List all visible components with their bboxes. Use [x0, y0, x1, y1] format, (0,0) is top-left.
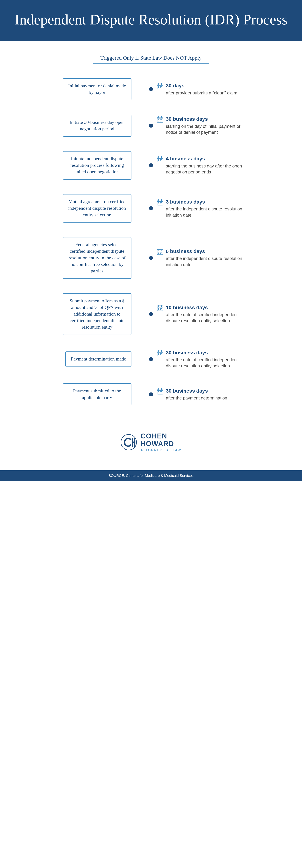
step-time-bold: 30 days: [166, 83, 237, 89]
step-left: Payment submitted to the applicable part…: [42, 383, 142, 405]
step-time-bold: 4 business days: [166, 156, 242, 162]
svg-rect-70: [158, 393, 159, 393]
calendar-icon: [157, 83, 163, 89]
step-left: Submit payment offers as a $ amount and …: [42, 293, 142, 335]
svg-rect-17: [160, 121, 161, 121]
svg-rect-13: [158, 119, 159, 120]
company-name-lines: COHEN HOWARD: [140, 432, 181, 448]
step-dot: [149, 124, 153, 128]
step-time-detail: after the independent dispute resolution…: [166, 206, 242, 218]
step-time-detail: after the date of certified independent …: [166, 357, 242, 369]
step-time-content: 6 business days after the independent di…: [166, 248, 242, 268]
step-time-content: 4 business days starting the business da…: [166, 156, 242, 175]
svg-rect-44: [160, 253, 161, 254]
footer-source: SOURCE: Centers for Medicare & Medicaid …: [0, 470, 302, 481]
step-box: Initiate independent dispute resolution …: [63, 151, 131, 180]
step-dot: [149, 87, 153, 91]
page-title: Independent Dispute Resolution (IDR) Pro…: [7, 11, 295, 28]
footer-logo-section: COHEN HOWARD ATTORNEYS AT LAW: [121, 427, 181, 456]
main-content: Triggered Only If State Law Does NOT App…: [0, 41, 302, 470]
step-dot: [149, 256, 153, 260]
step-time-detail: after the payment determination: [166, 395, 227, 401]
step-time-content: 30 business days after the date of certi…: [166, 349, 242, 369]
step-right: 30 days after provider submits a "clean"…: [142, 83, 242, 96]
company-name-line2: HOWARD: [140, 440, 174, 447]
step-time-content: 3 business days after the independent di…: [166, 199, 242, 218]
page-wrapper: Independent Dispute Resolution (IDR) Pro…: [0, 0, 302, 481]
step-right: 3 business days after the independent di…: [142, 199, 242, 218]
svg-rect-67: [158, 391, 159, 392]
timeline-step: Federal agencies select certified indepe…: [42, 237, 260, 279]
svg-rect-43: [158, 253, 159, 254]
calendar-icon: [157, 350, 163, 356]
calendar-icon: [157, 388, 163, 395]
step-dot: [149, 163, 153, 167]
step-time-bold: 30 business days: [166, 349, 242, 356]
step-time-content: 30 business days after the payment deter…: [166, 388, 227, 401]
svg-rect-16: [158, 121, 159, 121]
source-text: SOURCE: Centers for Medicare & Medicaid …: [108, 474, 194, 477]
step-left: Initiate independent dispute resolution …: [42, 151, 142, 180]
step-time-content: 30 days after provider submits a "clean"…: [166, 83, 237, 96]
trigger-badge: Triggered Only If State Law Does NOT App…: [93, 52, 209, 64]
company-logo-icon: [121, 434, 137, 451]
svg-rect-14: [160, 119, 161, 120]
svg-rect-33: [161, 202, 162, 203]
timeline-step: Mutual agreement on certified independen…: [42, 194, 260, 223]
step-left: Federal agencies select certified indepe…: [42, 237, 142, 279]
calendar-icon: [157, 156, 163, 162]
company-name-line1: COHEN: [140, 432, 167, 440]
step-time-bold: 10 business days: [166, 304, 242, 311]
step-time-bold: 30 business days: [166, 116, 242, 122]
timeline-step: Payment submitted to the applicable part…: [42, 383, 260, 405]
svg-rect-61: [158, 354, 159, 355]
company-subtitle: ATTORNEYS AT LAW: [140, 448, 181, 452]
calendar-icon: [157, 199, 163, 206]
step-time-bold: 30 business days: [166, 388, 227, 394]
svg-rect-58: [158, 353, 159, 354]
timeline-step: Submit payment offers as a $ amount and …: [42, 293, 260, 335]
step-left: Payment determination made: [42, 351, 142, 367]
step-time-content: 30 business days starting on the day of …: [166, 116, 242, 135]
step-right: 6 business days after the independent di…: [142, 248, 242, 268]
step-time-content: 10 business days after the date of certi…: [166, 304, 242, 324]
step-time-detail: after the date of certified independent …: [166, 312, 242, 324]
step-time-detail: after the independent dispute resolution…: [166, 255, 242, 268]
svg-rect-71: [160, 393, 161, 393]
svg-rect-59: [160, 353, 161, 354]
step-right: 4 business days starting the business da…: [142, 156, 242, 175]
svg-rect-51: [161, 308, 162, 309]
svg-rect-69: [161, 391, 162, 392]
step-dot: [149, 312, 153, 316]
header: Independent Dispute Resolution (IDR) Pro…: [0, 0, 302, 41]
svg-rect-52: [158, 309, 159, 310]
step-left: Initiate 30-business day open negotiatio…: [42, 115, 142, 137]
step-time-bold: 3 business days: [166, 199, 242, 205]
svg-rect-42: [161, 252, 162, 252]
svg-rect-25: [158, 160, 159, 161]
step-right: 30 business days after the payment deter…: [142, 388, 242, 401]
svg-rect-35: [160, 204, 161, 204]
svg-rect-75: [134, 438, 135, 447]
step-time-detail: starting on the day of initial payment o…: [166, 123, 242, 135]
svg-rect-50: [160, 308, 161, 309]
svg-rect-26: [160, 160, 161, 161]
step-box: Initial payment or denial made by payor: [63, 78, 131, 100]
timeline: Initial payment or denial made by payor …: [42, 78, 260, 420]
svg-rect-4: [158, 86, 159, 87]
calendar-icon: [157, 116, 163, 123]
step-box: Initiate 30-business day open negotiatio…: [63, 115, 131, 137]
svg-rect-41: [160, 252, 161, 252]
step-box: Mutual agreement on certified independen…: [63, 194, 131, 223]
timeline-step: Initiate independent dispute resolution …: [42, 151, 260, 180]
step-left: Initial payment or denial made by payor: [42, 78, 142, 100]
timeline-step: Initiate 30-business day open negotiatio…: [42, 115, 260, 137]
step-right: 10 business days after the date of certi…: [142, 304, 242, 324]
svg-rect-23: [160, 159, 161, 160]
step-dot: [149, 393, 153, 396]
svg-rect-32: [160, 202, 161, 203]
step-box: Payment determination made: [65, 351, 131, 367]
timeline-step: Initial payment or denial made by payor …: [42, 78, 260, 100]
step-right: 30 business days starting on the day of …: [142, 116, 242, 135]
svg-rect-31: [158, 202, 159, 203]
